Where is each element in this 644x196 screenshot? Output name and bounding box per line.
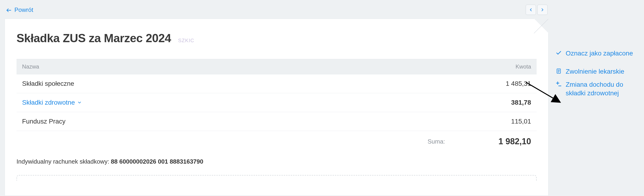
arrow-left-icon [6, 6, 12, 13]
action-mark-paid[interactable]: Oznacz jako zapłacone [556, 49, 637, 58]
contributions-table: Nazwa Kwota Składki społeczne 1 485,31 S… [16, 59, 537, 149]
col-name-header: Nazwa [22, 63, 484, 70]
row-name: Fundusz Pracy [22, 118, 480, 125]
draft-badge: SZKIC [178, 38, 194, 44]
row-amount: 115,01 [480, 118, 531, 125]
action-label: Oznacz jako zapłacone [566, 49, 633, 58]
document-paper: Składka ZUS za Marzec 2024 SZKIC Nazwa K… [5, 19, 548, 196]
topbar: Powrót [5, 5, 548, 15]
back-link-label: Powrót [14, 6, 33, 14]
account-number: 88 60000002026 001 8883163790 [111, 158, 203, 165]
row-name: Składki społeczne [22, 80, 480, 87]
sum-row: Suma: 1 982,10 [16, 131, 537, 149]
table-row: Fundusz Pracy 115,01 [16, 112, 537, 131]
actions-column: Oznacz jako zapłacone Zwolnienie lekarsk… [553, 0, 644, 196]
document-icon [556, 67, 562, 74]
col-amount-header: Kwota [484, 63, 531, 70]
page-title: Składka ZUS za Marzec 2024 [16, 32, 171, 45]
action-sick-leave[interactable]: Zwolnienie lekarskie [556, 67, 637, 76]
title-row: Składka ZUS za Marzec 2024 SZKIC [16, 32, 537, 45]
table-row: Składki zdrowotne 381,78 [16, 93, 537, 112]
check-icon [556, 49, 562, 56]
row-amount: 1 485,31 [480, 80, 531, 87]
row-name-expandable[interactable]: Składki zdrowotne [22, 99, 75, 106]
sum-value: 1 982,10 [498, 137, 531, 146]
next-button[interactable] [537, 5, 548, 15]
action-change-income[interactable]: Zmiana dochodu do składki zdrowotnej [556, 80, 637, 98]
nav-arrows [526, 5, 548, 15]
app-root: Powrót Składka ZUS za Marzec 2024 SZKI [0, 0, 644, 196]
chevron-left-icon [528, 8, 533, 12]
account-label: Indywidualny rachunek składkowy: [16, 158, 109, 165]
action-label: Zwolnienie lekarskie [566, 67, 624, 76]
back-link[interactable]: Powrót [6, 6, 33, 14]
chevron-down-icon [77, 100, 82, 105]
plus-minus-icon [556, 80, 562, 87]
sum-label: Suma: [428, 138, 445, 145]
chevron-right-icon [540, 8, 545, 12]
main-column: Powrót Składka ZUS za Marzec 2024 SZKI [0, 0, 553, 196]
prev-button[interactable] [526, 5, 536, 15]
table-header: Nazwa Kwota [16, 59, 537, 74]
account-line: Indywidualny rachunek składkowy: 88 6000… [16, 158, 537, 165]
dashed-placeholder [16, 175, 537, 181]
table-row: Składki społeczne 1 485,31 [16, 74, 537, 93]
row-amount: 381,78 [480, 99, 531, 106]
action-label: Zmiana dochodu do składki zdrowotnej [566, 80, 637, 98]
